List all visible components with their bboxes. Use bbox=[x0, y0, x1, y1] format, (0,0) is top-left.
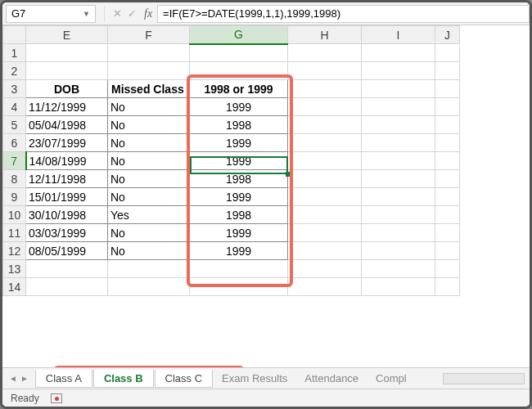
cell-year[interactable]: 1999 bbox=[190, 134, 288, 152]
cell-dob[interactable]: 14/08/1999 bbox=[26, 152, 108, 170]
cell-year-selected[interactable]: 1999 bbox=[190, 152, 288, 170]
select-all-corner[interactable] bbox=[3, 26, 26, 44]
tab-nav-buttons[interactable]: ◄ ► bbox=[2, 374, 35, 383]
row-header[interactable]: 14 bbox=[3, 278, 26, 296]
formula-text: =IF(E7>=DATE(1999,1,1),1999,1998) bbox=[163, 7, 340, 20]
cell-missed[interactable]: No bbox=[108, 98, 190, 116]
cell-missed[interactable]: No bbox=[108, 188, 190, 206]
row-header[interactable]: 8 bbox=[3, 170, 26, 188]
col-header-E[interactable]: E bbox=[26, 26, 108, 44]
cell-missed[interactable]: No bbox=[108, 116, 190, 134]
tab-class-b[interactable]: Class B bbox=[93, 370, 154, 388]
fill-handle[interactable] bbox=[286, 172, 291, 177]
status-text: Ready bbox=[11, 393, 39, 404]
cell-dob[interactable]: 23/07/1999 bbox=[26, 134, 108, 152]
fx-icon[interactable]: fx bbox=[144, 7, 152, 20]
cell-missed[interactable]: No bbox=[108, 152, 190, 170]
row-header[interactable]: 1 bbox=[3, 44, 26, 62]
enter-icon: ✓ bbox=[124, 7, 139, 20]
name-box-value: G7 bbox=[11, 7, 25, 20]
formula-input[interactable]: =IF(E7>=DATE(1999,1,1),1999,1998) bbox=[157, 5, 530, 23]
tab-compl[interactable]: Compl bbox=[367, 370, 415, 387]
cell-dob[interactable]: 03/03/1999 bbox=[26, 224, 108, 242]
header-dob[interactable]: DOB bbox=[26, 80, 108, 98]
header-missed[interactable]: Missed Class bbox=[108, 80, 190, 98]
cell-dob[interactable]: 11/12/1999 bbox=[26, 98, 108, 116]
col-header-I[interactable]: I bbox=[362, 26, 435, 44]
row-header[interactable]: 6 bbox=[3, 134, 26, 152]
col-header-H[interactable]: H bbox=[288, 26, 362, 44]
tab-class-c[interactable]: Class C bbox=[155, 370, 214, 388]
col-header-F[interactable]: F bbox=[108, 26, 190, 44]
chevron-down-icon[interactable]: ▼ bbox=[83, 10, 90, 18]
formula-bar: G7 ▼ ✕ ✓ fx =IF(E7>=DATE(1999,1,1),1999,… bbox=[2, 2, 530, 25]
row-header[interactable]: 13 bbox=[3, 260, 26, 278]
macro-record-icon[interactable] bbox=[51, 393, 62, 403]
row-header[interactable]: 2 bbox=[3, 62, 26, 80]
cell-year[interactable]: 1999 bbox=[190, 224, 288, 242]
row-header[interactable]: 7 bbox=[3, 152, 26, 170]
horizontal-scrollbar[interactable] bbox=[443, 373, 525, 384]
row-header[interactable]: 12 bbox=[3, 242, 26, 260]
cell-dob[interactable]: 08/05/1999 bbox=[26, 242, 108, 260]
cell-missed[interactable]: Yes bbox=[108, 206, 190, 224]
status-bar: Ready bbox=[2, 389, 530, 407]
cell-year[interactable]: 1998 bbox=[190, 170, 288, 188]
cell-dob[interactable]: 15/01/1999 bbox=[26, 188, 108, 206]
col-header-G[interactable]: G bbox=[190, 26, 288, 44]
header-year[interactable]: 1998 or 1999 bbox=[190, 80, 288, 98]
cell-missed[interactable]: No bbox=[108, 242, 190, 260]
row-header[interactable]: 4 bbox=[3, 98, 26, 116]
name-box[interactable]: G7 ▼ bbox=[6, 5, 96, 23]
row-header[interactable]: 9 bbox=[3, 188, 26, 206]
cell-year[interactable]: 1999 bbox=[190, 242, 288, 260]
tab-prev-icon[interactable]: ◄ bbox=[9, 374, 17, 383]
worksheet-grid[interactable]: E F G H I J 1 2 3 DOB Missed Class 1998 … bbox=[2, 25, 530, 367]
cell-dob[interactable]: 30/10/1998 bbox=[26, 206, 108, 224]
cell-year[interactable]: 1999 bbox=[190, 98, 288, 116]
cell-year[interactable]: 1999 bbox=[190, 188, 288, 206]
cell-year[interactable]: 1998 bbox=[190, 116, 288, 134]
cell-dob[interactable]: 05/04/1998 bbox=[26, 116, 108, 134]
row-header[interactable]: 11 bbox=[3, 224, 26, 242]
sheet-tab-strip: ◄ ► Class A Class B Class C Exam Results… bbox=[2, 367, 530, 389]
cell-year[interactable]: 1998 bbox=[190, 206, 288, 224]
row-header[interactable]: 5 bbox=[3, 116, 26, 134]
tab-class-a[interactable]: Class A bbox=[35, 370, 92, 388]
cell-missed[interactable]: No bbox=[108, 170, 190, 188]
cell-missed[interactable]: No bbox=[108, 134, 190, 152]
row-header[interactable]: 3 bbox=[3, 80, 26, 98]
cancel-icon: ✕ bbox=[110, 7, 124, 20]
tab-exam-results[interactable]: Exam Results bbox=[214, 370, 295, 387]
col-header-J[interactable]: J bbox=[435, 26, 460, 44]
row-header[interactable]: 10 bbox=[3, 206, 26, 224]
tab-next-icon[interactable]: ► bbox=[20, 374, 29, 383]
cell-missed[interactable]: No bbox=[108, 224, 190, 242]
cell-dob[interactable]: 12/11/1998 bbox=[26, 170, 108, 188]
tab-attendance[interactable]: Attendance bbox=[296, 370, 367, 387]
